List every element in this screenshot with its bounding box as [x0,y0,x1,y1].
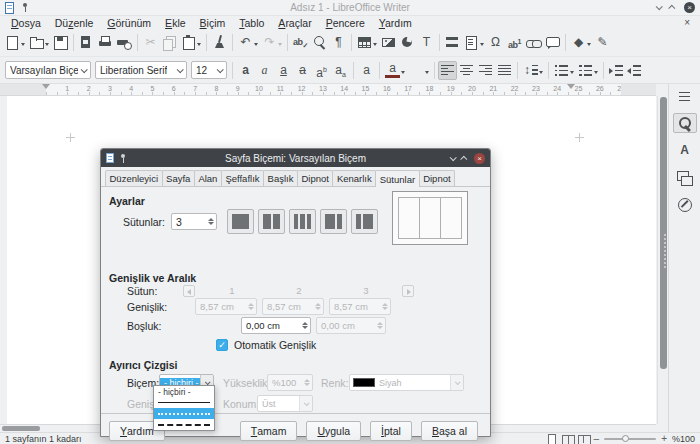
preset-left-weighted-button[interactable] [320,209,347,234]
autowidth-checkbox[interactable]: ✓ [216,339,228,351]
justify-button[interactable] [495,61,514,80]
paragraph-style-combobox[interactable]: Varsayılan Biçem [5,61,91,79]
multi-page-view-icon[interactable] [562,434,573,444]
zoom-out-button[interactable]: – [594,434,600,444]
numbered-list-button[interactable] [576,61,600,80]
menu-item-tablo[interactable]: Tablo [232,17,271,29]
tab-sayfa[interactable]: Sayfa [162,170,195,186]
spin-up-icon[interactable] [302,322,308,325]
horizontal-ruler[interactable]: 1234567891011121314151617181920212223242… [0,84,656,96]
zoom-level[interactable]: %100 [672,434,695,444]
dialog-unshade-icon[interactable] [460,155,467,162]
find-replace-button[interactable] [310,33,329,52]
draw-functions-button[interactable]: ✎ [593,33,612,52]
open-button[interactable] [27,33,51,52]
sidebar-tab-styles[interactable]: A [673,140,697,160]
menu-item-bi-im[interactable]: Biçim [193,17,233,29]
subscript-button[interactable]: aa [331,61,350,80]
sidebar-tab-navigator[interactable] [673,194,697,214]
menu-item-ekle[interactable]: Ekle [158,17,192,29]
spacing-spinner-1[interactable]: 0,00 cm [241,317,311,334]
insert-field-button[interactable] [462,33,486,52]
basic-shapes-button[interactable]: ◆ [569,33,593,52]
menu-item-ara-lar[interactable]: Araçlar [271,17,318,29]
decrease-indent-button[interactable] [625,61,643,80]
maximize-button[interactable] [670,5,675,10]
export-pdf-button[interactable] [77,33,96,52]
dropdown-item-dotted-line[interactable] [154,408,214,419]
zoom-in-button[interactable]: + [661,434,667,444]
preset-one-column-button[interactable] [227,209,254,234]
font-color-button[interactable]: a [383,61,407,80]
paste-button[interactable] [179,33,203,52]
insert-image-button[interactable] [379,33,398,52]
special-character-button[interactable]: Ω [486,33,505,52]
highlight-color-button[interactable] [407,61,431,80]
tab-ba-l-k[interactable]: Başlık [263,170,298,186]
insert-chart-button[interactable] [398,33,417,52]
sidebar-tab-properties[interactable] [673,113,697,133]
undo-button[interactable]: ↶ [236,33,260,52]
single-page-view-icon[interactable] [546,434,557,444]
italic-button[interactable]: a [255,61,274,80]
increase-indent-button[interactable] [607,61,625,80]
spin-up-icon[interactable] [208,218,214,221]
font-size-combobox[interactable]: 12 [191,61,227,79]
clear-formatting-button[interactable]: a [357,61,376,80]
insert-footnote-button[interactable]: ab1 [505,33,524,52]
print-preview-button[interactable] [115,33,134,52]
horizontal-scrollbar-thumb[interactable] [2,426,40,431]
bullet-list-button[interactable] [552,61,576,80]
tab--effafl-k[interactable]: Şeffaflık [221,170,264,186]
menu-item-yard-m[interactable]: Yardım [372,17,419,29]
tab-kenarl-k[interactable]: Kenarlık [332,170,376,186]
tab-alan[interactable]: Alan [194,170,222,186]
menu-item-dosya[interactable]: Dosya [4,17,48,29]
align-left-button[interactable] [438,61,457,80]
formatting-marks-button[interactable]: ¶ [329,33,348,52]
tab-dipnot[interactable]: Dipnot [297,170,333,186]
window-titlebar[interactable]: Adsız 1 - LibreOffice Writer × [0,0,700,16]
print-button[interactable] [96,33,115,52]
tab-dipnot[interactable]: Dipnot [419,170,455,186]
ok-button[interactable]: Tamam [240,421,298,441]
new-document-button[interactable] [3,33,27,52]
menu-item-pencere[interactable]: Pencere [319,17,372,29]
superscript-button[interactable]: ab [312,61,331,80]
spin-down-icon[interactable] [302,326,308,329]
save-button[interactable] [51,33,70,52]
preset-three-columns-button[interactable] [289,209,316,234]
page-count-status[interactable]: 1 sayfanın 1 kadarı [5,434,82,444]
dialog-titlebar[interactable]: Sayfa Biçemi: Varsayılan Biçem × [101,149,490,167]
zoom-slider[interactable] [604,438,656,440]
insert-textbox-button[interactable]: T [417,33,436,52]
dropdown-item-solid-line[interactable] [154,397,214,408]
insert-comment-button[interactable] [543,33,562,52]
zoom-slider-knob[interactable] [622,435,629,442]
sidebar-tab-sidebar-settings[interactable] [673,86,697,106]
clone-formatting-button[interactable] [210,33,229,52]
indent-marker-right[interactable] [567,84,575,89]
preset-two-columns-button[interactable] [258,209,285,234]
insert-table-button[interactable] [355,33,379,52]
cancel-button[interactable]: İptal [370,421,412,441]
tab-d-zenleyici[interactable]: Düzenleyici [105,170,163,186]
minimize-button[interactable] [656,5,661,10]
vertical-scrollbar-thumb[interactable] [660,97,667,369]
font-name-combobox[interactable]: Liberation Serif [95,61,187,79]
preset-right-weighted-button[interactable] [351,209,378,234]
dialog-shade-icon[interactable] [450,154,457,161]
align-right-button[interactable] [476,61,495,80]
book-view-icon[interactable] [578,434,589,444]
spin-down-icon[interactable] [208,222,214,225]
strikethrough-button[interactable]: a [293,61,312,80]
columns-count-spinner[interactable]: 3 [171,213,217,230]
reset-button[interactable]: Başa al [421,421,478,441]
menu-item-g-r-n-m[interactable]: Görünüm [100,17,158,29]
tab-s-tunlar[interactable]: Sütunlar [375,170,419,187]
dropdown-item-dashed-line[interactable] [154,419,214,430]
bold-button[interactable]: a [236,61,255,80]
dropdown-item-none[interactable]: - hiçbiri - [154,386,214,397]
page-break-button[interactable] [443,33,462,52]
align-center-button[interactable] [457,61,476,80]
